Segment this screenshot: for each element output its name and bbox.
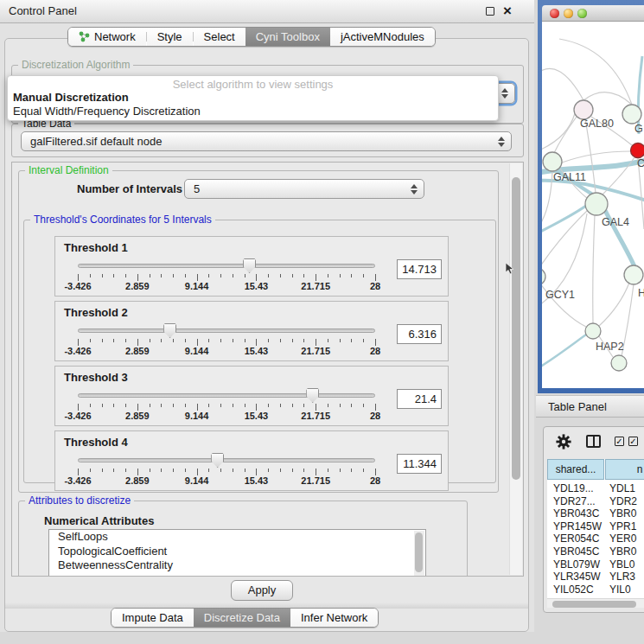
table-cell[interactable]: YDL19... <box>553 482 594 495</box>
column-layout-icon[interactable] <box>586 435 601 448</box>
tick-label: 15.43 <box>245 346 269 356</box>
algorithm-option-equal-width-frequency-discretization[interactable]: Equal Width/Frequency Discretization <box>13 105 201 118</box>
table-cell[interactable]: YER0 <box>609 532 636 545</box>
tick-mark <box>316 469 316 475</box>
tick-mark <box>220 274 221 277</box>
table-header-cell[interactable]: n <box>605 459 644 480</box>
network-node-hap2[interactable] <box>585 323 601 339</box>
tick-mark <box>78 274 79 281</box>
settings-scrollbar[interactable] <box>509 163 522 575</box>
tick-mark <box>161 404 162 407</box>
node-table[interactable]: shared...n YDL19...YDL1YDR27...YDR2YBR04… <box>547 459 644 598</box>
numerical-attributes-list[interactable]: SelfLoopsTopologicalCoefficientBetweenne… <box>48 529 426 577</box>
threshold-value-field[interactable]: 11.344 <box>397 454 442 474</box>
table-cell[interactable]: YIL0 <box>609 583 631 596</box>
slider-thumb[interactable] <box>163 323 176 338</box>
tab-discretize-data[interactable]: Discretize Data <box>194 609 290 627</box>
tick-mark <box>328 404 328 407</box>
table-header-cell[interactable]: shared... <box>547 459 604 480</box>
tab-label: Discretize Data <box>204 611 280 624</box>
table-cell[interactable]: YBR045C <box>553 545 599 558</box>
number-of-intervals-label: Number of Intervals <box>77 182 182 195</box>
node-label: GAL80 <box>580 118 614 130</box>
tab-impute-data[interactable]: Impute Data <box>112 609 194 627</box>
scrollbar-thumb[interactable] <box>552 601 636 608</box>
float-window-icon[interactable] <box>486 7 494 16</box>
table-cell[interactable]: YBL0 <box>609 558 634 571</box>
slider-thumb[interactable] <box>243 258 256 273</box>
table-cell[interactable]: YDL1 <box>609 482 635 495</box>
attribute-item-betweennesscentrality[interactable]: BetweennessCentrality <box>49 558 425 573</box>
table-cell[interactable]: YBR0 <box>609 507 636 520</box>
tab-style[interactable]: Style <box>147 28 193 46</box>
slider-track[interactable] <box>78 393 375 398</box>
slider-thumb[interactable] <box>306 388 319 403</box>
table-cell[interactable]: YER054C <box>553 532 599 545</box>
node-label: G <box>634 123 643 135</box>
tab-infer-network[interactable]: Infer Network <box>290 609 378 627</box>
network-node-gal11[interactable] <box>543 152 562 171</box>
tick-mark <box>78 469 79 475</box>
apply-button[interactable]: Apply <box>231 580 293 601</box>
network-canvas[interactable]: GAL80GCGAL11GAL4GCY1HHAP2 <box>542 22 644 388</box>
slider-ticks <box>78 274 375 281</box>
table-cell[interactable]: YLR3 <box>609 571 635 583</box>
table-cell[interactable]: YBR043C <box>553 507 599 520</box>
table-cell[interactable]: YBL079W <box>553 558 600 571</box>
tab-cyni-toolbox[interactable]: Cyni Toolbox <box>245 28 330 46</box>
attribute-items: SelfLoopsTopologicalCoefficientBetweenne… <box>49 530 425 573</box>
network-node-gal80[interactable] <box>574 100 593 119</box>
scrollbar-thumb[interactable] <box>512 177 520 480</box>
close-traffic-light-icon[interactable] <box>550 9 559 18</box>
threshold-value-field[interactable]: 6.316 <box>397 324 442 344</box>
threshold-value-field[interactable]: 14.713 <box>397 259 442 279</box>
network-node-gal4[interactable] <box>585 193 608 215</box>
slider-track[interactable] <box>78 458 375 462</box>
number-of-intervals-combobox[interactable]: 5 <box>184 179 424 199</box>
attribute-item-selfloops[interactable]: SelfLoops <box>49 530 425 545</box>
slider-track[interactable] <box>78 264 375 268</box>
table-cell[interactable]: YIL052C <box>553 583 594 596</box>
attributes-scrollbar[interactable] <box>414 531 424 576</box>
tab-network[interactable]: Network <box>68 28 146 46</box>
network-node-h[interactable] <box>624 265 643 284</box>
zoom-traffic-light-icon[interactable] <box>577 9 587 18</box>
slider-thumb[interactable] <box>211 453 224 468</box>
network-node-gcy1[interactable] <box>542 268 545 285</box>
slider-track[interactable] <box>78 328 375 333</box>
algorithm-option-manual-discretization[interactable]: Manual Discretization <box>13 91 129 104</box>
table-cell[interactable]: YDR2 <box>609 495 637 508</box>
close-icon[interactable]: × <box>503 3 512 20</box>
table-cell[interactable]: YPR1 <box>609 520 636 533</box>
number-of-intervals-value: 5 <box>194 180 200 198</box>
table-cell[interactable]: YLR345W <box>553 571 601 583</box>
tick-mark <box>256 404 257 411</box>
combo-stepper-icon <box>411 184 418 194</box>
node-label: GCY1 <box>545 289 575 301</box>
threshold-value-field[interactable]: 21.4 <box>397 389 442 409</box>
tab-select[interactable]: Select <box>194 28 245 46</box>
node-label: GAL4 <box>602 216 629 228</box>
scrollbar-thumb[interactable] <box>415 532 423 572</box>
tick-label: 28 <box>370 281 380 291</box>
gear-icon[interactable] <box>555 433 572 450</box>
tick-mark <box>351 469 352 472</box>
network-node-c[interactable] <box>631 143 644 158</box>
table-cell[interactable]: YPR145W <box>553 520 602 533</box>
checkbox-icon[interactable]: ✓ <box>628 437 638 446</box>
slider-tick-labels: -3.4262.8599.14415.4321.71528 <box>78 346 375 356</box>
table-cell[interactable]: YBR0 <box>609 545 636 558</box>
tick-mark <box>125 469 126 472</box>
tick-mark <box>173 469 174 472</box>
table-data-combobox[interactable]: galFiltered.sif default node <box>21 131 512 151</box>
tab-label: jActiveMNodules <box>341 30 424 43</box>
network-node[interactable] <box>611 355 627 371</box>
network-node-g[interactable] <box>622 105 641 124</box>
attribute-item-topologicalcoefficient[interactable]: TopologicalCoefficient <box>49 545 425 559</box>
checkbox-icon[interactable]: ✓ <box>615 437 624 446</box>
table-cell[interactable]: YDR27... <box>553 495 596 508</box>
tick-mark <box>185 469 186 472</box>
tab-jactivemnodules[interactable]: jActiveMNodules <box>330 28 435 46</box>
table-horizontal-scrollbar[interactable] <box>547 598 644 608</box>
minimize-traffic-light-icon[interactable] <box>564 9 573 18</box>
